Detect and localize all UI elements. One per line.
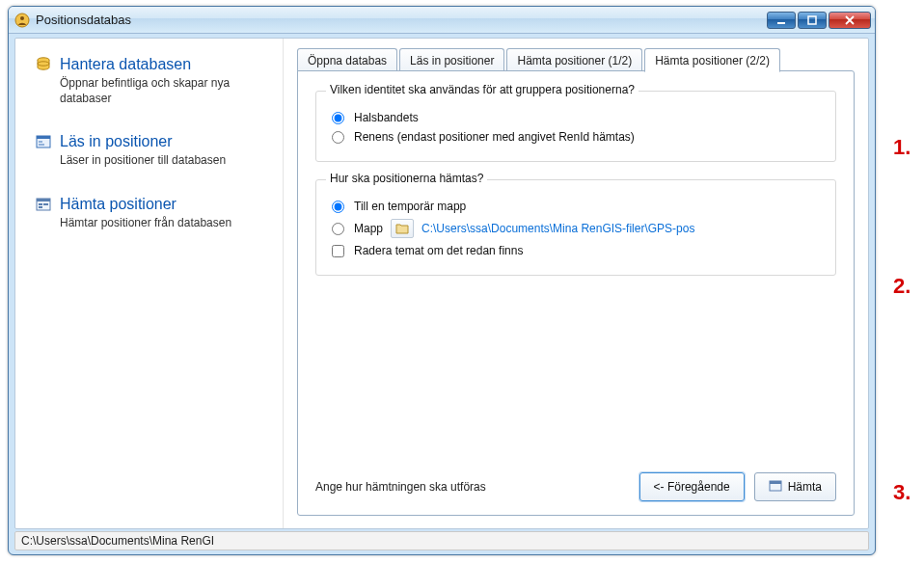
group-identity-title: Vilken identitet ska användas för att gr…	[326, 83, 639, 96]
svg-rect-14	[770, 481, 781, 484]
radio-folder-input[interactable]	[332, 223, 344, 235]
previous-button-label: <- Föregående	[654, 480, 730, 494]
radio-tempfolder-label: Till en temporär mapp	[354, 200, 466, 213]
folder-icon	[395, 223, 409, 234]
svg-rect-3	[808, 16, 816, 24]
checkbox-delete-theme-input[interactable]	[332, 245, 344, 257]
sidebar-item-fetch-positions[interactable]: Hämta positioner Hämtar positioner från …	[35, 196, 267, 230]
radio-renens[interactable]: Renens (endast positioner med angivet Re…	[332, 130, 820, 144]
radio-renens-input[interactable]	[332, 131, 344, 144]
annotation-2: 2.	[893, 274, 910, 299]
annotation-3: 3.	[893, 480, 910, 505]
browse-folder-button[interactable]	[391, 219, 414, 238]
tab-page-fetch-2: Vilken identitet ska användas för att gr…	[297, 70, 855, 516]
sidebar-item-title: Hantera databasen	[60, 56, 191, 73]
sidebar-item-desc: Hämtar positioner från databasen	[60, 215, 267, 230]
radio-tempfolder[interactable]: Till en temporär mapp	[332, 200, 820, 213]
sidebar-item-title: Läs in positioner	[60, 133, 173, 150]
sidebar-item-desc: Öppnar befintliga och skapar nya databas…	[60, 75, 267, 106]
database-icon	[35, 56, 52, 73]
window-title: Positionsdatabas	[36, 13, 767, 27]
radio-folder[interactable]: Mapp	[332, 222, 383, 235]
close-button[interactable]	[829, 12, 871, 29]
radio-tempfolder-input[interactable]	[332, 201, 344, 213]
svg-rect-7	[37, 136, 50, 139]
app-icon	[14, 13, 30, 28]
svg-rect-12	[39, 206, 42, 208]
main-area: Hantera databasen Öppnar befintliga och …	[15, 39, 868, 528]
tab-load-positions[interactable]: Läs in positioner	[399, 48, 504, 71]
sidebar-item-title: Hämta positioner	[60, 196, 177, 213]
maximize-button[interactable]	[798, 12, 827, 29]
svg-rect-2	[777, 22, 785, 24]
radio-renens-label: Renens (endast positioner med angivet Re…	[354, 130, 635, 144]
statusbar: C:\Users\ssa\Documents\Mina RenGI	[14, 531, 869, 550]
group-identity: Vilken identitet ska användas för att gr…	[315, 91, 836, 162]
checkbox-delete-theme[interactable]: Radera temat om det redan finns	[332, 244, 820, 257]
sidebar-item-manage-db[interactable]: Hantera databasen Öppnar befintliga och …	[35, 56, 267, 106]
svg-point-1	[20, 16, 24, 20]
tab-fetch-positions-2[interactable]: Hämta positioner (2/2)	[644, 48, 780, 72]
fetch-icon	[769, 479, 782, 496]
page-footer: Ange hur hämtningen ska utföras <- Föreg…	[315, 472, 836, 501]
svg-rect-9	[37, 199, 50, 201]
sidebar-item-load-positions[interactable]: Läs in positioner Läser in positioner ti…	[35, 133, 267, 168]
titlebar: Positionsdatabas	[9, 7, 875, 34]
sidebar-item-desc: Läser in positioner till databasen	[60, 152, 267, 168]
svg-rect-11	[43, 203, 48, 205]
sidebar: Hantera databasen Öppnar befintliga och …	[15, 39, 284, 528]
content-area: Öppna databas Läs in positioner Hämta po…	[284, 39, 868, 528]
minimize-button[interactable]	[767, 12, 796, 29]
radio-halsbandet-label: Halsbandets	[354, 111, 419, 124]
radio-halsbandet[interactable]: Halsbandets	[332, 111, 820, 124]
fetch-icon	[35, 196, 52, 213]
group-fetch: Hur ska positionerna hämtas? Till en tem…	[315, 179, 836, 276]
radio-halsbandet-input[interactable]	[332, 112, 344, 124]
statusbar-text: C:\Users\ssa\Documents\Mina RenGI	[21, 534, 214, 548]
fetch-button-label: Hämta	[788, 480, 822, 494]
previous-button[interactable]: <- Föregående	[639, 472, 745, 501]
svg-rect-10	[39, 203, 42, 205]
app-window: Positionsdatabas	[8, 6, 876, 555]
group-fetch-title: Hur ska positionerna hämtas?	[326, 172, 487, 185]
folder-path[interactable]: C:\Users\ssa\Documents\Mina RenGIS-filer…	[421, 222, 694, 235]
client-area: Hantera databasen Öppnar befintliga och …	[14, 38, 869, 529]
tabstrip: Öppna databas Läs in positioner Hämta po…	[297, 48, 855, 71]
fetch-button[interactable]: Hämta	[754, 472, 836, 501]
tab-fetch-positions-1[interactable]: Hämta positioner (1/2)	[506, 48, 642, 71]
checkbox-delete-theme-label: Radera temat om det redan finns	[354, 244, 523, 257]
window-controls	[767, 12, 871, 29]
footer-hint: Ange hur hämtningen ska utföras	[315, 480, 630, 494]
radio-folder-label: Mapp	[354, 222, 383, 235]
import-icon	[35, 133, 52, 150]
annotation-1: 1.	[893, 135, 910, 160]
tab-open-database[interactable]: Öppna databas	[297, 48, 397, 71]
